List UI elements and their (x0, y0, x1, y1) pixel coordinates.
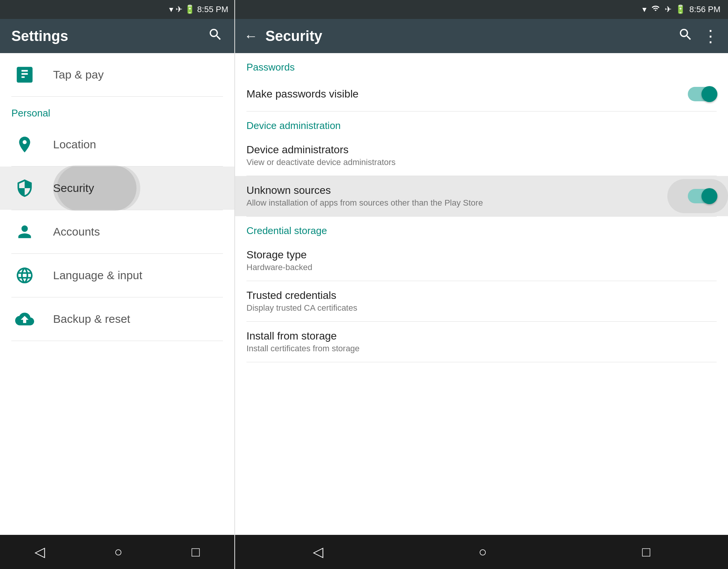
settings-item-language[interactable]: Language & input (0, 254, 234, 297)
right-time: 8:56 PM (689, 5, 720, 14)
passwords-visible-text: Make passwords visible (246, 88, 688, 100)
unknown-sources-subtitle: Allow installation of apps from sources … (246, 198, 688, 208)
security-icon (11, 175, 38, 201)
backup-label: Backup & reset (53, 313, 130, 325)
left-recent-button[interactable]: □ (191, 544, 200, 560)
settings-title: Settings (11, 28, 68, 44)
backup-icon (11, 306, 38, 332)
toolbar-actions: ⋮ (678, 27, 719, 46)
settings-item-device-admins[interactable]: Device administrators View or deactivate… (235, 135, 728, 176)
left-home-button[interactable]: ○ (114, 544, 122, 560)
battery-icon: 🔋 (675, 5, 686, 14)
security-label: Security (53, 182, 94, 195)
device-admins-text: Device administrators View or deactivate… (246, 144, 717, 167)
wifi-icon: ▾ (642, 5, 646, 14)
right-content: Passwords Make passwords visible Device … (235, 53, 728, 535)
unknown-sources-toggle-thumb (701, 188, 717, 204)
left-toolbar: Settings (0, 19, 234, 53)
accounts-icon (11, 218, 38, 245)
back-button[interactable]: ← (244, 28, 258, 44)
settings-item-trusted-credentials[interactable]: Trusted credentials Display trusted CA c… (235, 281, 728, 321)
right-toolbar: ← Security ⋮ (235, 19, 728, 53)
personal-section-header: Personal (0, 97, 234, 123)
trusted-credentials-text: Trusted credentials Display trusted CA c… (246, 289, 717, 313)
language-label: Language & input (53, 269, 142, 282)
settings-item-storage-type[interactable]: Storage type Hardware-backed (235, 240, 728, 281)
tap-pay-label: Tap & pay (53, 68, 104, 81)
install-from-storage-text: Install from storage Install certificate… (246, 330, 717, 354)
trusted-credentials-subtitle: Display trusted CA certificates (246, 303, 717, 313)
left-nav-bar: ◁ ○ □ (0, 535, 234, 569)
left-content: Tap & pay Personal Location (0, 53, 234, 535)
wifi-signal-icon (650, 4, 661, 15)
divider-backup (11, 341, 223, 341)
more-options-icon[interactable]: ⋮ (702, 28, 719, 44)
device-admins-subtitle: View or deactivate device administrators (246, 157, 717, 167)
storage-type-subtitle: Hardware-backed (246, 262, 717, 272)
settings-item-passwords-visible[interactable]: Make passwords visible (235, 77, 728, 111)
credential-storage-section-header: Credential storage (235, 217, 728, 240)
search-icon[interactable] (208, 27, 223, 46)
security-page-title: Security (265, 28, 322, 44)
location-label: Location (53, 138, 96, 151)
language-icon (11, 262, 38, 289)
settings-item-backup[interactable]: Backup & reset (0, 297, 234, 341)
passwords-section-header: Passwords (235, 53, 728, 77)
tap-pay-icon (11, 61, 38, 88)
unknown-sources-text: Unknown sources Allow installation of ap… (246, 184, 688, 208)
settings-item-location[interactable]: Location (0, 123, 234, 166)
install-from-storage-title: Install from storage (246, 330, 717, 342)
right-recent-button[interactable]: □ (642, 544, 651, 560)
passwords-visible-title: Make passwords visible (246, 88, 688, 100)
left-back-button[interactable]: ◁ (35, 544, 45, 560)
right-home-button[interactable]: ○ (479, 544, 487, 560)
settings-item-accounts[interactable]: Accounts (0, 210, 234, 253)
settings-item-tap-pay[interactable]: Tap & pay (0, 53, 234, 96)
storage-type-title: Storage type (246, 249, 717, 261)
settings-item-security[interactable]: Security (0, 167, 234, 210)
trusted-credentials-title: Trusted credentials (246, 289, 717, 302)
device-admins-title: Device administrators (246, 144, 717, 156)
left-status-icons: ▾ ✈ 🔋 8:55 PM (169, 5, 228, 14)
airplane-icon: ✈ (665, 5, 672, 14)
toggle-thumb (701, 86, 717, 102)
right-status-icons: ▾ ✈ 🔋 8:56 PM (642, 4, 720, 15)
right-back-button[interactable]: ◁ (313, 544, 323, 560)
unknown-sources-toggle[interactable] (688, 189, 717, 203)
left-status-bar: ▾ ✈ 🔋 8:55 PM (0, 0, 234, 19)
storage-type-text: Storage type Hardware-backed (246, 249, 717, 272)
passwords-visible-toggle[interactable] (688, 87, 717, 101)
settings-item-install-from-storage[interactable]: Install from storage Install certificate… (235, 322, 728, 362)
unknown-sources-title: Unknown sources (246, 184, 688, 196)
divider-install-from-storage (246, 362, 717, 362)
device-admin-section-header: Device administration (235, 112, 728, 135)
ripple-circle (57, 167, 140, 210)
location-icon (11, 131, 38, 158)
right-search-icon[interactable] (678, 27, 693, 46)
toolbar-left: ← Security (244, 28, 322, 44)
right-panel: ▾ ✈ 🔋 8:56 PM ← Security (235, 0, 728, 569)
accounts-label: Accounts (53, 225, 100, 238)
right-nav-bar: ◁ ○ □ (235, 535, 728, 569)
install-from-storage-subtitle: Install certificates from storage (246, 344, 717, 354)
left-panel: ▾ ✈ 🔋 8:55 PM Settings Tap & pay Pers (0, 0, 235, 569)
right-status-bar: ▾ ✈ 🔋 8:56 PM (235, 0, 728, 19)
settings-item-unknown-sources[interactable]: Unknown sources Allow installation of ap… (235, 176, 728, 216)
